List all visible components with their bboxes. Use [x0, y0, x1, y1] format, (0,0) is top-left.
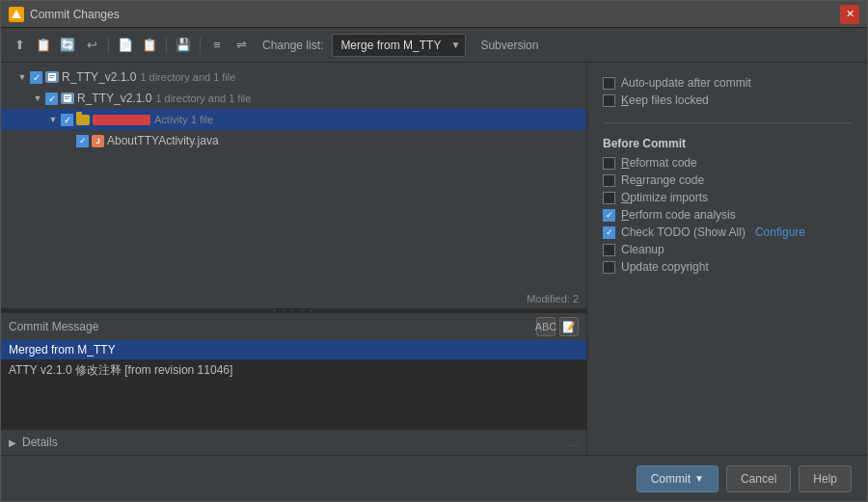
toolbar-btn-3[interactable]: 🔄: [57, 35, 78, 56]
tree-item-4[interactable]: ▼ ✓ J AboutTTYActivity.java: [1, 130, 586, 151]
configure-link[interactable]: Configure: [755, 225, 805, 239]
svg-rect-3: [49, 77, 53, 78]
cancel-button[interactable]: Cancel: [726, 465, 791, 492]
cleanup-option: Cleanup: [603, 241, 852, 258]
help-button[interactable]: Help: [799, 465, 852, 492]
changelist-dropdown[interactable]: Merge from M_TTY: [332, 34, 466, 57]
toolbar-btn-2[interactable]: 📋: [33, 35, 54, 56]
window-icon: [9, 7, 24, 22]
format-button[interactable]: 📝: [559, 317, 579, 336]
keep-files-label: Keep files locked: [621, 93, 709, 107]
keep-files-option: Keep files locked: [603, 92, 852, 109]
cleanup-checkbox[interactable]: [603, 244, 615, 256]
checkbox-1[interactable]: ✓: [30, 71, 42, 84]
module-icon-1: [45, 71, 59, 83]
commit-message-area: Commit Message ABC 📝 Merged from M_TTY A…: [1, 313, 586, 429]
tree-item-1-text: R_TTY_v2.1.0: [62, 70, 136, 84]
update-copyright-label: Update copyright: [621, 260, 709, 274]
commit-message-header: Commit Message ABC 📝: [1, 313, 586, 340]
folder-icon-3: [76, 115, 90, 125]
tree-item-1-meta: 1 directory and 1 file: [140, 71, 235, 83]
before-commit-section: Before Commit Reformat code Rearrange co…: [603, 137, 852, 276]
checkbox-3[interactable]: ✓: [61, 114, 73, 126]
cleanup-label: Cleanup: [621, 243, 665, 256]
toolbar-separator-2: [166, 37, 167, 54]
reformat-option: Reformat code: [603, 154, 852, 172]
commit-dropdown-arrow: ▼: [694, 473, 704, 484]
toolbar-separator-1: [108, 37, 109, 54]
details-label: Details: [22, 436, 565, 449]
close-button[interactable]: ✕: [840, 5, 859, 24]
commit-button[interactable]: Commit ▼: [637, 465, 719, 492]
before-commit-label: Before Commit: [603, 137, 852, 150]
toolbar-btn-9[interactable]: ⇌: [231, 35, 252, 56]
commit-messages-list: Merged from M_TTY ATTY v2.1.0 修改注释 [from…: [1, 340, 586, 429]
redacted-text-3: [93, 115, 150, 125]
footer: Commit ▼ Cancel Help: [1, 455, 867, 501]
toolbar-btn-6[interactable]: 📋: [139, 35, 160, 56]
commit-message-actions: ABC 📝: [536, 317, 579, 336]
commit-msg-item-2[interactable]: ATTY v2.1.0 修改注释 [from revision 11046]: [1, 359, 586, 382]
details-dots: .....: [565, 437, 579, 448]
perform-label: Perform code analysis: [621, 208, 736, 222]
tree-item-3[interactable]: ▼ ✓ Activity 1 file: [1, 109, 586, 130]
tree-item-2-meta: 1 directory and 1 file: [155, 92, 251, 104]
checkbox-4[interactable]: ✓: [76, 135, 89, 147]
file-tree: ▼ ✓ R_TTY_v2.1.0 1 directory and 1 file …: [1, 63, 586, 289]
subversion-options: Auto-update after commit Keep files lock…: [603, 74, 852, 109]
optimize-label: Optimize imports: [621, 191, 708, 204]
svg-rect-6: [65, 98, 68, 99]
right-panel: Auto-update after commit Keep files lock…: [587, 63, 867, 455]
check-todo-label: Check TODO (Show All): [621, 225, 746, 239]
rearrange-checkbox[interactable]: [603, 174, 615, 187]
toolbar-btn-7[interactable]: 💾: [173, 35, 194, 56]
svg-rect-5: [65, 96, 70, 97]
auto-update-option: Auto-update after commit: [603, 74, 852, 92]
toolbar-btn-1[interactable]: ⬆: [9, 35, 30, 56]
changelist-label: Change list:: [262, 39, 323, 52]
commit-message-label: Commit Message: [9, 320, 536, 333]
toolbar-separator-3: [200, 37, 201, 54]
toolbar-btn-8[interactable]: ≡: [206, 35, 228, 56]
subversion-label: Subversion: [480, 39, 538, 52]
details-header[interactable]: ▶ Details .....: [1, 430, 586, 455]
svg-rect-2: [49, 75, 55, 76]
update-copyright-checkbox[interactable]: [603, 261, 615, 274]
update-copyright-option: Update copyright: [603, 258, 852, 276]
java-icon-4: J: [92, 135, 104, 147]
tree-item-1[interactable]: ▼ ✓ R_TTY_v2.1.0 1 directory and 1 file: [1, 66, 586, 88]
toolbar-btn-4[interactable]: ↩: [81, 35, 102, 56]
tree-item-3-meta: Activity 1 file: [154, 114, 213, 125]
changelist-dropdown-wrapper[interactable]: Merge from M_TTY ▼: [332, 34, 466, 57]
commit-msg-item-1[interactable]: Merged from M_TTY: [1, 340, 586, 359]
expand-icon-2: ▼: [32, 92, 43, 104]
spellcheck-button[interactable]: ABC: [536, 317, 556, 336]
toolbar: ⬆ 📋 🔄 ↩ 📄 📋 💾 ≡ ⇌ Change list: Merge fro…: [1, 28, 867, 63]
reformat-checkbox[interactable]: [603, 157, 615, 170]
left-panel: ▼ ✓ R_TTY_v2.1.0 1 directory and 1 file …: [1, 63, 587, 455]
tree-item-2[interactable]: ▼ ✓ R_TTY_v2.1.0 1 directory and 1 file: [1, 88, 586, 109]
perform-checkbox[interactable]: ✓: [603, 209, 615, 222]
keep-files-checkbox[interactable]: [603, 94, 615, 107]
main-content: ▼ ✓ R_TTY_v2.1.0 1 directory and 1 file …: [1, 63, 867, 455]
expand-icon-3: ▼: [47, 114, 59, 125]
toolbar-btn-5[interactable]: 📄: [115, 35, 136, 56]
tree-item-4-text: AboutTTYActivity.java: [107, 134, 219, 147]
check-todo-checkbox[interactable]: ✓: [603, 226, 615, 239]
expand-icon-1: ▼: [16, 71, 28, 83]
window-title: Commit Changes: [30, 8, 840, 21]
optimize-checkbox[interactable]: [603, 192, 615, 204]
svg-marker-0: [12, 10, 21, 18]
auto-update-checkbox[interactable]: [603, 77, 615, 90]
details-expand-icon: ▶: [9, 437, 16, 448]
checkbox-2[interactable]: ✓: [45, 92, 58, 105]
check-todo-option: ✓ Check TODO (Show All) Configure: [603, 224, 852, 241]
perform-option: ✓ Perform code analysis: [603, 206, 852, 224]
tree-item-2-text: R_TTY_v2.1.0: [77, 92, 151, 105]
auto-update-label: Auto-update after commit: [621, 76, 751, 90]
commit-changes-window: Commit Changes ✕ ⬆ 📋 🔄 ↩ 📄 📋 💾 ≡ ⇌ Chang…: [0, 0, 868, 502]
module-icon-2: [61, 92, 74, 104]
section-divider: [603, 122, 852, 123]
optimize-option: Optimize imports: [603, 189, 852, 206]
rearrange-option: Rearrange code: [603, 172, 852, 189]
